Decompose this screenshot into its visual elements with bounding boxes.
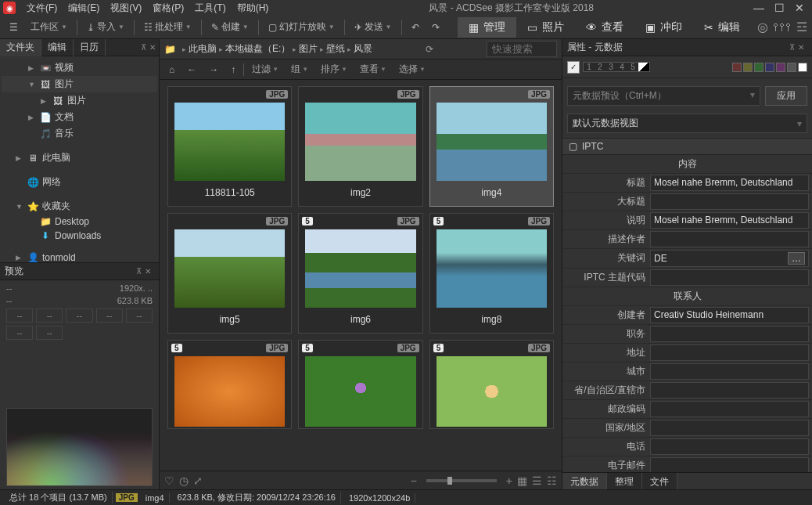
field-desc-writer[interactable] — [650, 231, 809, 247]
folder-icon[interactable]: 📁 — [164, 44, 176, 55]
close-panel-icon[interactable]: ✕ — [149, 43, 156, 52]
field-phone[interactable] — [650, 438, 809, 455]
pin-icon[interactable]: ⊼ — [136, 267, 142, 276]
menu-panes[interactable]: 窗格(P) — [148, 0, 189, 16]
forward-icon[interactable]: → — [204, 63, 223, 77]
tree-network[interactable]: 🌐网络 — [2, 174, 157, 190]
field-state[interactable] — [650, 382, 809, 399]
filmstrip-icon[interactable]: ☷ — [547, 474, 557, 487]
field-creator[interactable]: Creativ Studio Heinemann — [650, 307, 809, 323]
rotate-left-icon[interactable]: ↶ — [407, 20, 424, 35]
batch-button[interactable]: ☷ 批处理▼ — [139, 18, 196, 36]
tree-music[interactable]: 🎵音乐 — [2, 125, 157, 142]
zoom-slider[interactable] — [426, 479, 497, 482]
path-drive[interactable]: 本地磁盘（E:） — [225, 42, 290, 56]
mode-develop[interactable]: ▣ 冲印 — [634, 17, 693, 38]
close-panel-icon[interactable]: ✕ — [798, 43, 804, 52]
pin-icon[interactable]: ⊼ — [789, 43, 795, 52]
tab-folders[interactable]: 文件夹 — [0, 39, 41, 56]
thumb-item[interactable]: 5JPG — [298, 340, 422, 429]
expand-icon[interactable]: ⤢ — [193, 474, 203, 487]
tab-file[interactable]: 文件 — [642, 473, 677, 489]
tree-downloads[interactable]: ⬇Downloads — [2, 229, 157, 243]
field-city[interactable] — [650, 363, 809, 380]
field-job-title[interactable] — [650, 326, 809, 342]
select-button[interactable]: 选择▼ — [394, 61, 430, 78]
rating-picker[interactable]: 12345 — [583, 62, 650, 72]
path-pictures[interactable]: 图片 — [299, 42, 318, 56]
tree-pictures[interactable]: ▼🖼图片 — [2, 76, 157, 92]
thumb-item[interactable]: 5JPG — [167, 340, 292, 429]
thumb-item-selected[interactable]: JPG img4 — [429, 86, 554, 207]
field-headline[interactable] — [650, 193, 809, 210]
thumb-item[interactable]: JPG img5 — [167, 213, 292, 334]
toolbar-menu-icon[interactable]: ☰ — [5, 20, 23, 35]
menu-help[interactable]: 帮助(H) — [232, 0, 274, 16]
menu-view[interactable]: 视图(V) — [106, 0, 146, 16]
tree-user[interactable]: ▶👤tonmold — [2, 251, 157, 262]
refresh-icon[interactable]: ⟳ — [426, 44, 433, 55]
back-icon[interactable]: ← — [182, 63, 201, 77]
tree-thispc[interactable]: ▶🖥此电脑 — [2, 150, 157, 166]
thumb-item[interactable]: 5JPG — [429, 340, 554, 429]
import-button[interactable]: ⤓ 导入▼ — [82, 18, 129, 36]
tag-checkbox[interactable]: ✓ — [567, 61, 580, 74]
send-button[interactable]: ✈ 发送▼ — [350, 18, 397, 36]
field-keywords[interactable]: … — [650, 250, 809, 267]
close-button[interactable]: ✕ — [790, 2, 809, 14]
tree-desktop[interactable]: 📁Desktop — [2, 215, 157, 229]
metadata-view-select[interactable]: 默认元数据视图▾ — [567, 114, 807, 133]
zoom-out-icon[interactable]: − — [411, 474, 417, 487]
metadata-preset-input[interactable]: 元数据预设（Ctrl+M） ▾ — [567, 86, 760, 106]
menu-tools[interactable]: 工具(T) — [190, 0, 230, 16]
field-address[interactable] — [650, 344, 809, 361]
thumb-item[interactable]: JPG img2 — [298, 86, 422, 207]
detail-view-icon[interactable]: ☰ — [532, 474, 542, 487]
stats-icon[interactable]: ⫯⫯⫯ — [773, 20, 792, 34]
fav-icon[interactable]: ♡ — [164, 474, 174, 487]
thumb-item[interactable]: 5JPG img6 — [298, 213, 422, 334]
minimize-button[interactable]: — — [749, 2, 768, 14]
tab-edit-history[interactable]: 编辑 — [41, 39, 74, 56]
grid-view-icon[interactable]: ▦ — [517, 474, 527, 487]
filter-button[interactable]: 过滤▼ — [247, 61, 283, 78]
group-button[interactable]: 组▼ — [286, 61, 313, 78]
field-postal[interactable] — [650, 401, 809, 417]
maximize-button[interactable]: ☐ — [770, 2, 789, 14]
mode-photo[interactable]: ▭ 照片 — [516, 17, 575, 38]
mode-manage[interactable]: ▦ 管理 — [458, 17, 516, 38]
up-icon[interactable]: ↑ — [226, 63, 240, 77]
tab-organize[interactable]: 整理 — [607, 473, 642, 489]
home-icon[interactable]: ⌂ — [164, 63, 179, 77]
field-country[interactable] — [650, 420, 809, 436]
path-scenery[interactable]: 风景 — [354, 42, 372, 56]
menu-edit[interactable]: 编辑(E) — [63, 0, 104, 16]
pin-icon[interactable]: ⊼ — [141, 43, 146, 52]
path-thispc[interactable]: 此电脑 — [189, 42, 217, 56]
mode-view[interactable]: 👁 查看 — [575, 17, 634, 38]
thumb-item[interactable]: JPG 118811-105 — [167, 86, 292, 207]
sort-button[interactable]: 排序▼ — [316, 61, 352, 78]
tab-calendar[interactable]: 日历 — [74, 39, 106, 56]
thumb

-item[interactable]: 5JPG img8 — [429, 213, 554, 334]
keywords-more-button[interactable]: … — [788, 252, 805, 265]
menu-file[interactable]: 文件(F) — [22, 0, 62, 16]
field-email[interactable] — [650, 457, 809, 472]
field-description[interactable]: Mosel nahe Bremm, Deutschland — [650, 212, 809, 229]
tree-pictures-sub[interactable]: ▶🖼图片 — [2, 92, 157, 109]
view-button[interactable]: 查看▼ — [355, 61, 391, 78]
rotate-right-icon[interactable]: ↷ — [427, 20, 444, 35]
tab-metadata[interactable]: 元数据 — [562, 473, 607, 489]
iptc-section-head[interactable]: ▢IPTC — [562, 138, 812, 155]
tree-favorites[interactable]: ▼⭐收藏夹 — [2, 198, 157, 215]
workspace-button[interactable]: 工作区▼ — [26, 18, 72, 36]
close-panel-icon[interactable]: ✕ — [145, 267, 151, 276]
tree-video[interactable]: ▶📼视频 — [2, 60, 157, 76]
path-wallpaper[interactable]: 壁纸 — [326, 42, 345, 56]
view365-icon[interactable]: ◎ — [757, 20, 768, 34]
sync-menu-icon[interactable]: ☲ — [796, 20, 807, 34]
create-button[interactable]: ✎ 创建▼ — [207, 18, 253, 36]
apply-button[interactable]: 应用 — [765, 86, 807, 106]
zoom-in-icon[interactable]: + — [506, 474, 512, 487]
color-labels[interactable] — [732, 63, 807, 72]
